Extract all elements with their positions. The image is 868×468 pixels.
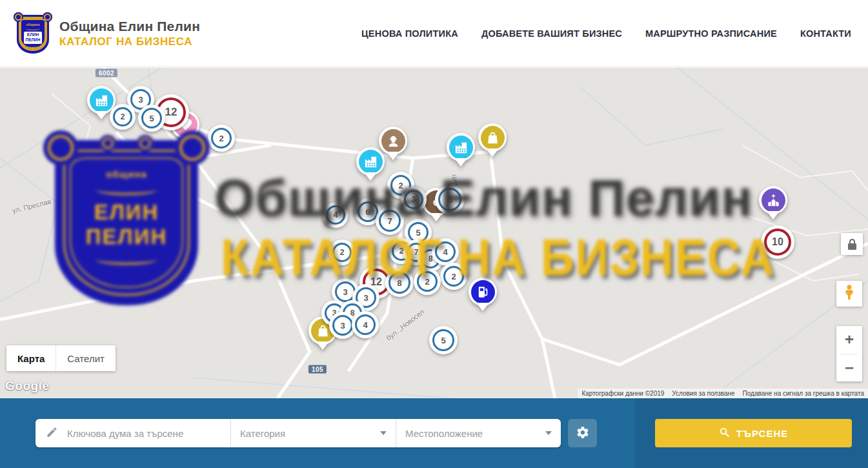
- site-subtitle: КАТАЛОГ НА БИЗНЕСА: [59, 36, 200, 48]
- header: община ЕЛИН ПЕЛИН Община Елин Пелин КАТА…: [0, 0, 868, 67]
- church-pin[interactable]: [759, 186, 787, 214]
- search-icon: [719, 427, 730, 440]
- satellite-view-button[interactable]: Сателит: [56, 345, 116, 371]
- worker-icon: [386, 134, 401, 148]
- attribution-data: Картографски данни ©2019: [578, 390, 668, 397]
- brand[interactable]: община ЕЛИН ПЕЛИН Община Елин Пелин КАТА…: [17, 14, 200, 54]
- fuel-pin[interactable]: [469, 278, 497, 306]
- cluster-marker-2[interactable]: 2: [440, 263, 467, 290]
- factory-pin[interactable]: [356, 147, 385, 176]
- crest-ornament: [26, 45, 40, 48]
- factory-icon: [454, 140, 469, 155]
- cluster-marker-2[interactable]: 2: [110, 104, 136, 130]
- lock-button[interactable]: [841, 233, 863, 255]
- location-select[interactable]: Местоположение: [396, 419, 561, 447]
- nav-route-schedule[interactable]: МАРШРУТНО РАЗПИСАНИЕ: [645, 28, 777, 39]
- site-title: Община Елин Пелин: [59, 19, 200, 34]
- search-button[interactable]: ТЪРСЕНЕ: [655, 419, 852, 447]
- search-button-label: ТЪРСЕНЕ: [736, 428, 789, 439]
- zoom-in-button[interactable]: +: [836, 326, 862, 354]
- category-select[interactable]: Категория: [230, 419, 396, 447]
- crest-town-label: община: [26, 23, 39, 26]
- cluster-marker-8[interactable]: 8: [385, 269, 414, 297]
- cluster-marker-5[interactable]: 5: [435, 185, 465, 214]
- nav-contacts[interactable]: КОНТАКТИ: [800, 28, 851, 39]
- zoom-control: + −: [836, 326, 862, 382]
- factory-icon: [363, 154, 378, 169]
- pencil-icon: [46, 426, 58, 441]
- shopping-bag-icon: [316, 323, 330, 338]
- cluster-marker-4[interactable]: 4: [323, 202, 348, 228]
- crest-ornament: [26, 27, 40, 30]
- church-icon: [766, 193, 781, 208]
- cluster-marker-2[interactable]: 2: [208, 125, 235, 152]
- cluster-marker-7[interactable]: 7: [376, 207, 404, 235]
- crest-name: ЕЛИН ПЕЛИН: [24, 32, 43, 44]
- factory-pin[interactable]: [447, 133, 475, 161]
- keyword-input[interactable]: [66, 427, 223, 440]
- settings-button[interactable]: [568, 419, 597, 447]
- shopping-bag-icon: [485, 130, 500, 145]
- page: община ЕЛИН ПЕЛИН Община Елин Пелин КАТА…: [0, 0, 868, 468]
- nav-add-business[interactable]: ДОБАВЕТЕ ВАШИЯТ БИЗНЕС: [481, 28, 622, 39]
- cluster-marker-5[interactable]: 5: [429, 326, 458, 354]
- chevron-down-icon: [545, 431, 552, 435]
- terms-link[interactable]: Условия за ползване: [668, 390, 738, 397]
- shopping-pin[interactable]: [478, 123, 507, 152]
- cluster-marker-10[interactable]: 10: [761, 225, 794, 259]
- gear-icon: [576, 425, 590, 442]
- fuel-icon: [476, 285, 490, 300]
- search-group: Категория Местоположение: [35, 419, 561, 447]
- google-logo[interactable]: Google: [5, 379, 49, 393]
- cluster-marker-5[interactable]: 5: [138, 105, 165, 132]
- road-label: 6002: [96, 69, 117, 77]
- municipality-logo: община ЕЛИН ПЕЛИН: [17, 15, 49, 54]
- location-placeholder: Местоположение: [405, 428, 483, 439]
- map-attribution: Картографски данни ©2019 Условия за полз…: [578, 389, 868, 398]
- chevron-down-icon: [380, 431, 387, 435]
- category-placeholder: Категория: [240, 428, 285, 439]
- road-label: 105: [308, 365, 327, 374]
- cluster-marker-4[interactable]: 4: [352, 311, 379, 338]
- map-canvas[interactable]: 6002105ул. Преславбул. „Новоселции 12325…: [0, 68, 868, 398]
- cluster-marker-4[interactable]: 4: [432, 238, 459, 265]
- nav-pricing[interactable]: ЦЕНОВА ПОЛИТИКА: [361, 28, 458, 39]
- factory-icon: [94, 93, 109, 108]
- report-error-link[interactable]: Подаване на сигнал за грешка в картата: [739, 390, 868, 397]
- lock-icon: [848, 239, 856, 250]
- map-type-control: Карта Сателит: [6, 345, 116, 371]
- pegman-button[interactable]: [836, 281, 862, 307]
- cluster-marker-2[interactable]: 2: [414, 268, 441, 295]
- main-nav: ЦЕНОВА ПОЛИТИКА ДОБАВЕТЕ ВАШИЯТ БИЗНЕС М…: [361, 28, 851, 39]
- pegman-icon: [841, 284, 858, 303]
- zoom-out-button[interactable]: −: [836, 354, 862, 382]
- cluster-marker-3[interactable]: 3: [401, 187, 427, 212]
- map-view-button[interactable]: Карта: [6, 345, 56, 371]
- cluster-marker-2[interactable]: 2: [329, 239, 355, 265]
- keyword-segment: [35, 419, 230, 447]
- search-bar: Категория Местоположение ТЪРСЕ: [0, 398, 868, 468]
